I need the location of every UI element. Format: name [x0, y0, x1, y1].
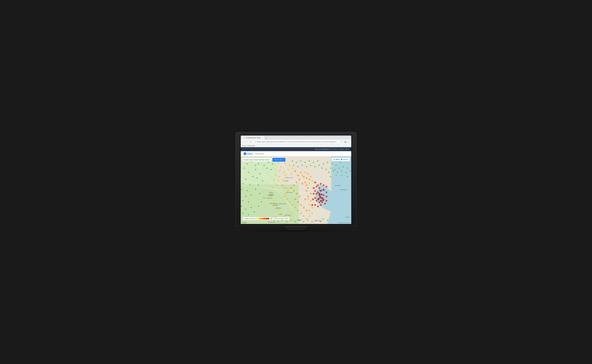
laptop-base [286, 226, 306, 229]
filename-text: heat map.xls [255, 153, 264, 155]
pick-for-me-label: Pick For Me [274, 159, 282, 161]
svg-rect-40 [258, 206, 259, 207]
svg-rect-21 [248, 172, 249, 173]
svg-rect-137 [324, 203, 326, 204]
screen-bezel: Global Merchant Portal × + ← → ↻ 🔒 gmpor… [240, 135, 352, 225]
bookmarks-bar: ⊞ Apps ★ Bookmarks [241, 144, 351, 147]
new-tab-button[interactable]: + [264, 137, 267, 139]
svg-rect-215 [309, 204, 310, 206]
svg-rect-188 [290, 220, 292, 221]
svg-text:Emu Plains: Emu Plains [286, 192, 293, 193]
density-high-label: High [270, 218, 273, 219]
svg-rect-197 [327, 220, 328, 221]
svg-rect-191 [303, 221, 304, 222]
tourists-legend-item[interactable]: Tourists [341, 159, 348, 160]
svg-rect-38 [248, 214, 249, 215]
sign-out-link[interactable]: Sign out [333, 149, 338, 150]
active-tab[interactable]: Global Merchant Portal × [242, 136, 264, 139]
greeting-text: Hello, account@payplus.co.nz [315, 149, 332, 150]
svg-rect-125 [314, 204, 316, 206]
svg-rect-176 [330, 176, 331, 177]
browser-chrome: Global Merchant Portal × + ← → ↻ 🔒 gmpor… [241, 136, 351, 147]
svg-text:Terracotta: Terracotta [335, 185, 340, 186]
svg-rect-111 [317, 184, 319, 186]
svg-rect-26 [249, 184, 251, 186]
back-button[interactable]: ← [242, 140, 245, 143]
svg-rect-162 [326, 169, 327, 170]
svg-rect-157 [327, 162, 328, 163]
svg-rect-69 [278, 180, 279, 182]
svg-text:Leppington: Leppington [296, 219, 302, 221]
svg-rect-88 [299, 179, 300, 180]
copyright-text: Map data ©2017 Google [338, 222, 350, 223]
svg-text:Warriewood: Warriewood [340, 189, 347, 190]
svg-text:Eastern Creek: Eastern Creek [285, 177, 293, 178]
tourists-legend-dot [341, 159, 342, 160]
refresh-button[interactable]: ↻ [249, 140, 252, 143]
svg-rect-47 [257, 177, 258, 179]
pick-for-me-button[interactable]: Pick For Me ⚙ [273, 158, 285, 162]
svg-rect-99 [306, 210, 307, 211]
svg-rect-212 [312, 213, 313, 214]
security-link[interactable]: Security [339, 149, 344, 150]
app-header-right: Hello, account@payplus.co.nz Sign out Se… [315, 149, 348, 150]
svg-rect-226 [318, 198, 320, 200]
svg-rect-60 [279, 170, 280, 172]
svg-rect-158 [331, 163, 333, 164]
more-link[interactable]: More▾ [345, 149, 348, 150]
forward-button[interactable]: → [246, 140, 249, 143]
svg-rect-28 [247, 190, 248, 191]
svg-rect-98 [303, 207, 305, 208]
svg-rect-155 [319, 165, 320, 166]
svg-rect-154 [314, 166, 316, 167]
svg-rect-70 [282, 179, 283, 180]
svg-rect-218 [309, 183, 310, 184]
svg-rect-41 [261, 202, 262, 202]
svg-rect-172 [341, 170, 342, 171]
svg-rect-89 [296, 182, 298, 183]
tab-close-icon[interactable]: × [262, 137, 263, 139]
svg-rect-17 [247, 163, 248, 164]
extensions-button[interactable]: 🧩 [344, 140, 347, 143]
svg-rect-153 [310, 165, 311, 166]
svg-rect-25 [242, 183, 244, 184]
svg-rect-138 [313, 187, 315, 189]
bookmarks-link[interactable]: ★ Bookmarks [247, 145, 255, 147]
apps-link[interactable]: ⊞ Apps [242, 145, 246, 147]
map-svg: Sydney Warragamba Silverdale Blaxland Gl… [241, 156, 351, 224]
svg-rect-178 [341, 175, 342, 176]
location-selector[interactable]: Australia, New Zealand-Australia-Sydney … [242, 158, 271, 162]
svg-rect-64 [275, 175, 276, 176]
stores-legend-item[interactable]: Stores [333, 159, 339, 160]
svg-rect-91 [290, 187, 292, 189]
svg-rect-59 [289, 165, 290, 166]
svg-rect-166 [343, 166, 344, 167]
svg-rect-110 [314, 182, 316, 183]
url-text: gmportal.alipay.com/globaleye/map.htm#/2… [257, 141, 339, 143]
browser-actions: ☆ 🧩 ⋮ [340, 140, 350, 143]
menu-button[interactable]: ⋮ [347, 140, 350, 143]
svg-rect-140 [312, 199, 314, 200]
address-bar[interactable]: 🔒 gmportal.alipay.com/globaleye/map.htm#… [253, 140, 340, 143]
alipay-logo-text: Alipay [247, 153, 253, 155]
density-pipe: | [273, 218, 274, 219]
svg-rect-62 [288, 169, 289, 170]
svg-rect-90 [293, 184, 295, 186]
svg-rect-127 [320, 204, 322, 206]
svg-rect-24 [252, 176, 253, 177]
svg-rect-23 [245, 179, 246, 180]
svg-text:Luddenham: Luddenham [275, 207, 282, 209]
svg-rect-36 [251, 207, 252, 208]
svg-rect-94 [299, 196, 300, 197]
svg-rect-96 [298, 202, 299, 203]
svg-rect-58 [285, 163, 286, 165]
svg-rect-208 [300, 213, 302, 214]
svg-rect-39 [254, 211, 255, 212]
svg-rect-32 [242, 200, 244, 201]
svg-rect-220 [310, 176, 312, 177]
svg-rect-219 [312, 180, 313, 182]
map-container: Sydney Warragamba Silverdale Blaxland Gl… [241, 156, 351, 224]
svg-rect-31 [251, 194, 252, 195]
bookmark-star-button[interactable]: ☆ [340, 140, 343, 143]
svg-rect-86 [300, 172, 302, 173]
